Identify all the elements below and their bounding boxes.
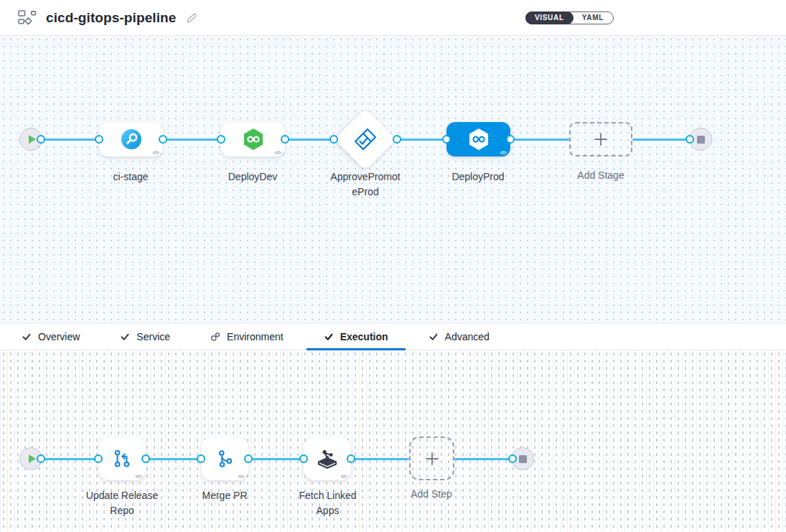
tab-label: Overview: [38, 331, 80, 342]
port[interactable]: [141, 454, 150, 463]
deploy-stage-icon: [243, 128, 264, 151]
tab-label: Service: [136, 331, 170, 342]
edge: [351, 458, 409, 460]
tab-label: Environment: [227, 331, 284, 342]
edge: [510, 139, 569, 141]
gitops-fetch-icon: [315, 447, 340, 470]
port[interactable]: [197, 454, 205, 463]
build-stage-icon: [121, 129, 142, 150]
port[interactable]: [37, 135, 45, 144]
tab-label: Execution: [340, 331, 388, 342]
add-step-label: Add Step: [385, 487, 478, 502]
approval-stage-icon: [352, 126, 378, 152]
stage-config-tabs: Overview Service Environment Execution: [0, 323, 786, 350]
environment-icon: [210, 332, 220, 342]
play-icon: [29, 454, 36, 463]
step-label: Fetch Linked Apps: [294, 488, 362, 518]
stage-node-deploydev[interactable]: </>: [221, 122, 285, 157]
stage-label: ApprovePromoteProd: [328, 169, 403, 200]
edit-pipeline-name-button[interactable]: [185, 11, 198, 24]
check-icon: [120, 332, 130, 342]
port[interactable]: [281, 135, 289, 144]
port[interactable]: [299, 454, 308, 463]
check-icon: [22, 332, 32, 342]
stage-label: ci-stage: [73, 169, 188, 185]
plus-icon: [424, 451, 440, 467]
port[interactable]: [506, 135, 515, 144]
port[interactable]: [329, 135, 338, 144]
edge: [41, 139, 99, 141]
edge: [163, 139, 221, 141]
port[interactable]: [393, 135, 401, 144]
code-icon: </>: [500, 150, 506, 155]
port[interactable]: [217, 135, 225, 144]
port[interactable]: [159, 135, 167, 144]
stage-node-ci-stage[interactable]: </>: [99, 122, 163, 157]
add-stage-button[interactable]: [569, 122, 632, 157]
tab-service[interactable]: Service: [120, 324, 170, 350]
pipeline-studio: cicd-gitops-pipeline VISUAL YAML: [0, 0, 786, 532]
port[interactable]: [94, 454, 103, 463]
plus-icon: [593, 131, 609, 147]
stage-node-deployprod[interactable]: </>: [446, 122, 510, 157]
stage-label: DeployDev: [195, 169, 310, 185]
tab-overview[interactable]: Overview: [22, 324, 80, 350]
step-node-fetch-linked-apps[interactable]: </>: [304, 437, 351, 480]
edge: [248, 458, 304, 460]
check-icon: [429, 332, 439, 342]
code-icon: </>: [340, 474, 347, 479]
tab-advanced[interactable]: Advanced: [429, 324, 490, 350]
code-icon: </>: [238, 474, 244, 479]
port[interactable]: [686, 135, 694, 144]
toggle-yaml[interactable]: YAML: [573, 12, 613, 24]
edge: [41, 458, 98, 460]
stage-label: DeployProd: [421, 169, 535, 185]
edge: [285, 139, 334, 141]
edge: [146, 458, 201, 460]
git-merge-icon: [213, 447, 236, 470]
code-icon: </>: [135, 474, 141, 479]
edge: [397, 139, 446, 141]
tab-label: Advanced: [445, 331, 490, 342]
step-node-update-release-repo[interactable]: </>: [98, 437, 146, 480]
tab-execution[interactable]: Execution: [324, 324, 388, 350]
edge: [632, 139, 690, 141]
git-update-icon: [111, 447, 134, 470]
port[interactable]: [347, 454, 355, 463]
play-icon: [29, 135, 36, 144]
edge: [454, 458, 513, 460]
code-icon: </>: [274, 150, 281, 155]
step-node-merge-pr[interactable]: </>: [201, 437, 248, 480]
port[interactable]: [508, 454, 517, 463]
toggle-visual[interactable]: VISUAL: [525, 11, 574, 24]
step-label: Merge PR: [178, 488, 271, 503]
stop-icon: [519, 455, 527, 463]
add-stage-label: Add Stage: [543, 168, 658, 183]
port[interactable]: [37, 454, 45, 463]
code-icon: </>: [152, 150, 159, 155]
step-label: Update Release Repo: [75, 488, 169, 518]
port[interactable]: [244, 454, 253, 463]
pipeline-icon: [17, 9, 37, 26]
pencil-icon: [185, 11, 198, 24]
visual-yaml-toggle: VISUAL YAML: [525, 11, 614, 24]
deploy-stage-icon: [468, 128, 490, 151]
add-step-button[interactable]: [409, 437, 454, 480]
port[interactable]: [95, 135, 103, 144]
header: cicd-gitops-pipeline VISUAL YAML: [0, 0, 786, 36]
stage-node-approvepromoteprod[interactable]: [334, 108, 397, 171]
check-icon: [324, 332, 334, 342]
stop-icon: [697, 136, 705, 144]
tab-environment[interactable]: Environment: [210, 324, 284, 350]
port[interactable]: [442, 135, 451, 144]
page-title: cicd-gitops-pipeline: [46, 10, 176, 26]
